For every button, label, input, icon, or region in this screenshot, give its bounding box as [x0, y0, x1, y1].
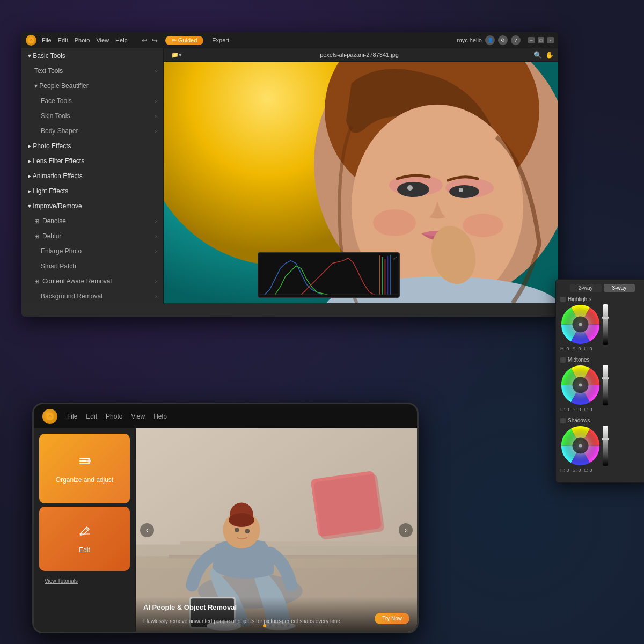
midtones-checkbox[interactable]: [560, 357, 566, 363]
folder-icon[interactable]: 📁▾: [168, 50, 185, 60]
hand-tool-icon[interactable]: ✋: [545, 51, 554, 59]
edit-icon: [77, 524, 92, 542]
color-wheel-panel: 2-way 3-way Highlights: [555, 279, 644, 483]
carousel-dots: [263, 624, 290, 627]
carousel-next-button[interactable]: ›: [399, 523, 413, 537]
tablet-menu-file[interactable]: File: [67, 413, 77, 420]
carousel-dot-4[interactable]: [287, 624, 290, 627]
menu-edit[interactable]: Edit: [58, 37, 68, 43]
sidebar-item-enlarge-photo[interactable]: Enlarge Photo ›: [21, 244, 163, 259]
carousel-image: ‹ › AI People & Object Removal Flawlessl…: [136, 428, 417, 632]
sidebar-item-lens-filter[interactable]: ▸ Lens Filter Effects: [21, 153, 163, 169]
edit-card[interactable]: Edit: [39, 507, 130, 571]
carousel-dot-2[interactable]: [275, 624, 278, 627]
menu-photo[interactable]: Photo: [75, 37, 90, 43]
view-tutorials-link[interactable]: View Tutorials: [34, 572, 135, 588]
color-panel-tabs: 2-way 3-way: [560, 284, 644, 292]
sidebar-item-skin-tools[interactable]: Skin Tools ›: [21, 108, 163, 123]
carousel-area: ‹ › AI People & Object Removal Flawlessl…: [136, 428, 417, 632]
sidebar-item-improve-remove[interactable]: ▾ Improve/Remove: [21, 199, 163, 214]
tab-3way[interactable]: 3-way: [604, 284, 635, 292]
redo-icon[interactable]: ↪: [152, 36, 158, 45]
svg-point-34: [579, 444, 582, 448]
shadows-brightness-slider[interactable]: [603, 426, 608, 466]
sidebar-item-basic-tools[interactable]: ▾ Basic Tools: [21, 48, 163, 63]
svg-point-31: [579, 384, 582, 387]
help-icon[interactable]: ?: [511, 35, 521, 45]
close-button[interactable]: ×: [547, 37, 554, 43]
highlights-wheel[interactable]: [560, 304, 601, 345]
midtones-brightness-slider[interactable]: [603, 365, 608, 405]
tab-2way[interactable]: 2-way: [570, 284, 602, 292]
svg-point-13: [373, 209, 416, 236]
svg-point-12: [459, 188, 463, 192]
sidebar-item-content-aware[interactable]: ⊞Content Aware Removal ›: [21, 274, 163, 289]
svg-rect-38: [79, 463, 90, 464]
sidebar-item-deblur[interactable]: ⊞Deblur ›: [21, 229, 163, 244]
menu-help[interactable]: Help: [115, 37, 128, 43]
highlights-values: H: 0 S: 0 L: 0: [560, 346, 644, 352]
tablet-menu-photo[interactable]: Photo: [106, 413, 122, 420]
carousel-prev-button[interactable]: ‹: [140, 523, 154, 537]
highlights-section: Highlights: [560, 296, 644, 352]
title-bar: File Edit Photo View Help ↩ ↪ ✏ Guided E…: [21, 32, 558, 48]
tablet-sidebar: Organize and adjust Edit View Tutorials: [34, 428, 136, 632]
shadows-checkbox[interactable]: [560, 418, 566, 423]
sidebar-item-smart-patch[interactable]: Smart Patch: [21, 259, 163, 274]
minimize-button[interactable]: ─: [528, 37, 535, 43]
carousel-dot-1[interactable]: [269, 624, 272, 627]
carousel-dot-3[interactable]: [281, 624, 284, 627]
carousel-dot-0[interactable]: [263, 624, 266, 627]
menu-bar: File Edit Photo View Help: [42, 37, 128, 43]
shadows-wheel[interactable]: [560, 426, 601, 466]
histogram-expand-icon[interactable]: ⤢: [393, 255, 397, 261]
sidebar-item-text-tools[interactable]: Text Tools ›: [21, 63, 163, 78]
carousel-title: AI People & Object Removal: [143, 603, 409, 611]
tab-expert[interactable]: Expert: [206, 36, 236, 45]
tablet-content: Organize and adjust Edit View Tutorials: [34, 428, 417, 632]
histogram-chart: [258, 253, 399, 297]
photo-filename: pexels-ali-pazani-2787341.jpg: [304, 52, 415, 58]
svg-line-41: [86, 528, 88, 530]
sidebar-item-denoise[interactable]: ⊞Denoise ›: [21, 214, 163, 229]
search-tool-icon[interactable]: 🔍: [533, 51, 542, 59]
try-now-button[interactable]: Try Now: [375, 613, 409, 624]
tablet-menu-view[interactable]: View: [131, 413, 145, 420]
midtones-values: H: 0 S: 0 L: 0: [560, 407, 644, 412]
mode-tabs: ✏ Guided Expert: [165, 36, 236, 45]
svg-rect-18: [259, 253, 398, 297]
tablet-menu-edit[interactable]: Edit: [86, 413, 97, 420]
sidebar-item-face-tools[interactable]: Face Tools ›: [21, 93, 163, 108]
toolbar-icons: ↩ ↪: [142, 36, 158, 45]
organize-icon: [77, 453, 92, 472]
highlights-brightness-slider[interactable]: [603, 304, 608, 345]
sidebar-item-background-removal[interactable]: Background Removal ›: [21, 289, 163, 303]
histogram-panel: ⤢: [258, 252, 400, 298]
settings-icon[interactable]: ⚙: [498, 35, 508, 45]
photo-area: 📁▾ pexels-ali-pazani-2787341.jpg 🔍 ✋: [164, 48, 558, 303]
sidebar: ▾ Basic Tools Text Tools › ▾ People Beau…: [21, 48, 164, 303]
midtones-wheel[interactable]: [560, 365, 601, 405]
sidebar-item-body-shaper[interactable]: Body Shaper ›: [21, 123, 163, 138]
menu-view[interactable]: View: [96, 37, 109, 43]
sidebar-item-people-beautifier[interactable]: ▾ People Beautifier: [21, 78, 163, 93]
user-avatar[interactable]: 👤: [485, 35, 495, 45]
sidebar-item-photo-effects[interactable]: ▸ Photo Effects: [21, 138, 163, 153]
shadows-section: Shadows: [560, 418, 644, 473]
window-controls: ─ □ ×: [528, 37, 554, 43]
svg-rect-36: [79, 458, 90, 459]
tablet-app-logo: [42, 409, 57, 424]
tablet-device: File Edit Photo View Help: [32, 402, 419, 633]
maximize-button[interactable]: □: [538, 37, 544, 43]
tablet-menu-help[interactable]: Help: [153, 413, 167, 420]
highlights-checkbox[interactable]: [560, 297, 566, 302]
undo-icon[interactable]: ↩: [142, 36, 148, 45]
svg-point-28: [579, 323, 582, 326]
view-tutorials-text[interactable]: View Tutorials: [39, 576, 83, 586]
sidebar-item-animation-effects[interactable]: ▸ Animation Effects: [21, 169, 163, 184]
organize-adjust-card[interactable]: Organize and adjust: [39, 434, 130, 503]
menu-file[interactable]: File: [42, 37, 52, 43]
tab-guided[interactable]: ✏ Guided: [165, 36, 204, 45]
sidebar-item-light-effects[interactable]: ▸ Light Effects: [21, 184, 163, 199]
midtones-wheel-container: [560, 365, 644, 405]
